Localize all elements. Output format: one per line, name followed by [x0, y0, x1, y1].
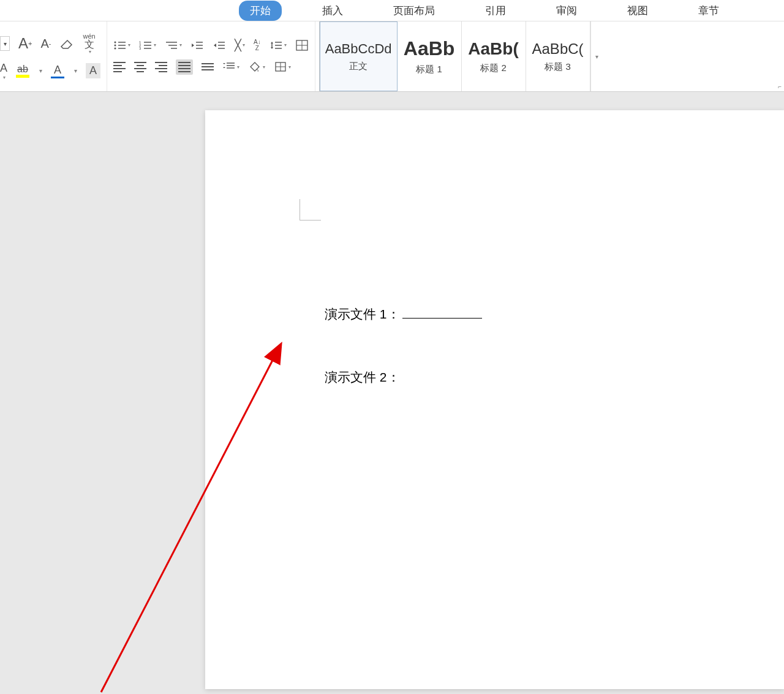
text-direction-label: ╳: [235, 39, 241, 52]
line-spacing-button[interactable]: ▾: [270, 40, 287, 51]
style-preview: AaBbCcDd: [325, 41, 392, 57]
chevron-down-icon: ▾: [595, 53, 598, 60]
style-label: 标题 1: [416, 64, 442, 75]
styles-gallery: AaBbCcDd 正文 AaBb 标题 1 AaBb( 标题 2 AaBbC( …: [319, 21, 603, 91]
tab-reference[interactable]: 引用: [475, 1, 516, 21]
shading-button[interactable]: ▾: [248, 61, 265, 73]
style-body-text[interactable]: AaBbCcDd 正文: [320, 21, 398, 91]
tab-view[interactable]: 视图: [617, 1, 658, 21]
paragraph-dialog-launcher[interactable]: ⌐: [778, 83, 782, 90]
chevron-down-icon: ▾: [284, 42, 287, 48]
margin-marker-icon: [300, 199, 321, 221]
highlight-button[interactable]: A ▾: [0, 62, 7, 80]
document-line-2[interactable]: 演示文件 2：: [325, 369, 400, 386]
chevron-down-icon: ▾: [128, 42, 130, 48]
chevron-down-icon: ▾: [288, 64, 291, 70]
align-right-button[interactable]: [155, 62, 167, 72]
font-increase-button[interactable]: A+: [18, 35, 32, 52]
svg-point-0: [115, 41, 116, 43]
chevron-down-icon: ▾: [237, 64, 239, 70]
font-group: ▾ A+ A- wén 文 ▾ A ▾ ab: [0, 21, 107, 91]
font-decrease-button[interactable]: A-: [40, 37, 51, 51]
document-area: 演示文件 1： 演示文件 2：: [0, 92, 784, 694]
chevron-down-icon: ▾: [154, 42, 156, 48]
svg-point-4: [115, 47, 116, 49]
phonetic-char: 文: [85, 40, 94, 50]
phonetic-pinyin: wén: [83, 33, 95, 40]
chevron-down-icon: ▾: [263, 64, 265, 70]
chevron-down-icon: ▾: [89, 50, 91, 55]
sort-label2: Z: [255, 45, 259, 51]
font-decrease-label: A: [40, 37, 48, 51]
chevron-down-icon[interactable]: ▾: [74, 67, 77, 74]
align-left-button[interactable]: [113, 62, 126, 72]
paragraph-spacing-button[interactable]: ▾: [222, 61, 239, 73]
chevron-down-icon[interactable]: ▾: [39, 67, 42, 74]
doc-text-2: 演示文件 2：: [325, 370, 400, 384]
dropdown-font-prev[interactable]: ▾: [0, 36, 10, 51]
multilevel-list-button[interactable]: ▾: [165, 40, 182, 51]
align-justify-button[interactable]: [176, 59, 193, 75]
style-heading-3[interactable]: AaBbC( 标题 3: [526, 21, 590, 91]
phonetic-guide-button[interactable]: wén 文 ▾: [83, 33, 95, 55]
numbered-list-button[interactable]: 123 ▾: [139, 40, 156, 51]
tab-review[interactable]: 审阅: [546, 1, 587, 21]
text-direction-button[interactable]: ╳ ▾: [235, 39, 245, 52]
doc-text-1: 演示文件 1：: [325, 307, 400, 321]
style-label: 正文: [349, 61, 368, 72]
align-center-button[interactable]: [134, 62, 146, 72]
style-preview: AaBbC(: [532, 40, 584, 58]
style-preview: AaBb: [404, 37, 455, 60]
chevron-down-icon: ▾: [179, 42, 182, 48]
font-color-sample: [51, 77, 64, 78]
blank-underline: [402, 318, 482, 319]
tab-chapter[interactable]: 章节: [688, 1, 729, 21]
tab-start[interactable]: 开始: [239, 1, 282, 21]
strikethrough-button[interactable]: ab: [16, 64, 29, 78]
chevron-down-icon: ▾: [3, 75, 6, 80]
bullet-list-button[interactable]: ▾: [113, 40, 130, 51]
eraser-icon[interactable]: [59, 37, 74, 50]
strikethrough-label: ab: [17, 64, 28, 75]
sort-label: A↓: [254, 39, 261, 45]
page[interactable]: 演示文件 1： 演示文件 2：: [205, 110, 784, 689]
svg-point-2: [115, 44, 116, 46]
border-button[interactable]: ▾: [274, 61, 291, 73]
style-label: 标题 3: [545, 61, 571, 73]
tab-insert[interactable]: 插入: [312, 1, 353, 21]
font-increase-label: A: [18, 35, 28, 52]
paragraph-group: ▾ 123 ▾ ▾ ╳ ▾ A↓ Z: [107, 21, 315, 91]
tab-layout[interactable]: 页面布局: [383, 1, 445, 21]
ribbon: ▾ A+ A- wén 文 ▾ A ▾ ab: [0, 21, 784, 92]
font-color-button[interactable]: A: [51, 64, 64, 78]
style-preview: AaBb(: [468, 39, 518, 59]
highlight-color-sample: [16, 75, 29, 78]
char-shading-button[interactable]: A: [86, 63, 100, 78]
styles-expand-button[interactable]: ▾: [590, 21, 603, 91]
tab-bar: 开始 插入 页面布局 引用 审阅 视图 章节: [0, 0, 784, 21]
align-distribute-button[interactable]: [202, 63, 214, 70]
decrease-indent-button[interactable]: [190, 40, 204, 51]
chevron-down-icon: ▾: [243, 42, 245, 48]
style-heading-1[interactable]: AaBb 标题 1: [398, 21, 462, 91]
style-label: 标题 2: [480, 62, 507, 74]
document-line-1[interactable]: 演示文件 1：: [325, 306, 482, 323]
highlight-letter: A: [0, 62, 7, 75]
style-heading-2[interactable]: AaBb( 标题 2: [462, 21, 526, 91]
table-insert-button[interactable]: [295, 39, 309, 51]
increase-indent-button[interactable]: [213, 40, 226, 51]
font-color-letter: A: [54, 64, 61, 77]
svg-text:3: 3: [139, 47, 141, 50]
sort-button[interactable]: A↓ Z: [254, 39, 261, 51]
